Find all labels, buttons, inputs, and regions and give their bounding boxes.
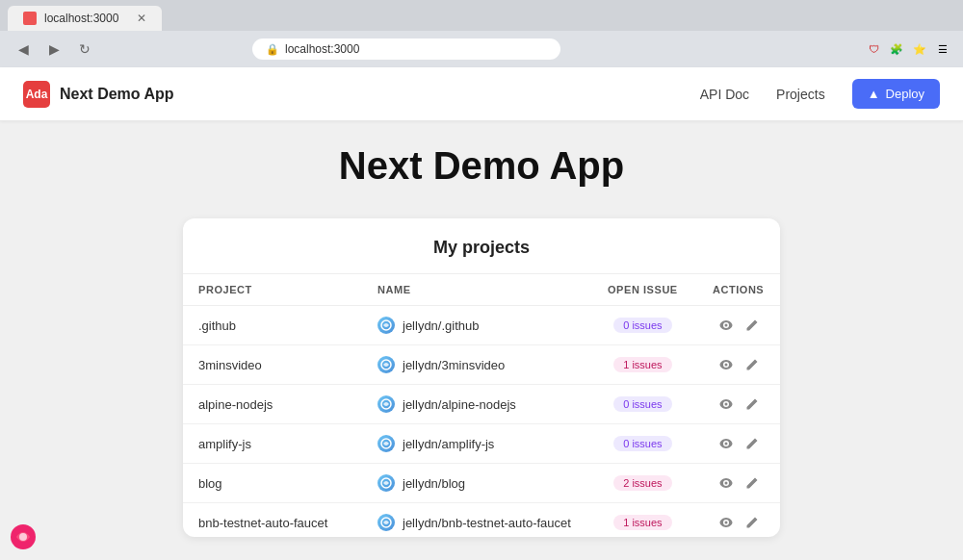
reload-button[interactable]: ↻ [73, 38, 96, 61]
projects-section: My projects PROJECT NAME OPEN ISSUE ACTI… [183, 218, 780, 537]
table-header-row: PROJECT NAME OPEN ISSUE ACTIONS [183, 274, 780, 306]
issue-badge: 2 issues [613, 475, 671, 491]
repo-name-cell: jellydn/3minsvideo [362, 345, 589, 385]
edit-button[interactable] [743, 474, 761, 492]
project-name-cell: alpine-nodejs [183, 385, 362, 424]
open-issue-cell: 0 issues [589, 385, 697, 424]
navbar-brand: Ada Next Demo App [23, 81, 174, 108]
ext-icon-4: ☰ [934, 40, 951, 58]
lock-icon: 🔒 [266, 43, 279, 56]
browser-toolbar: ◀ ▶ ↻ 🔒 localhost:3000 🛡 🧩 ⭐ ☰ [0, 31, 963, 67]
repo-icon [377, 356, 395, 373]
table-row: .github jellydn/.github 0 issues [183, 306, 780, 345]
repo-name-cell: jellydn/blog [362, 464, 589, 503]
deploy-icon: ▲ [868, 87, 880, 101]
open-issue-cell: 0 issues [589, 424, 697, 464]
repo-icon [377, 395, 395, 413]
deploy-button[interactable]: ▲ Deploy [852, 79, 940, 109]
brand-name: Next Demo App [60, 86, 174, 103]
col-header-name: NAME [362, 274, 589, 306]
table-row: alpine-nodejs jellydn/alpine-nodejs 0 is… [183, 385, 780, 424]
actions-cell [696, 306, 780, 345]
nav-link-api-doc[interactable]: API Doc [700, 87, 749, 102]
svg-point-11 [19, 533, 27, 541]
ext-icon-1: 🛡 [865, 40, 882, 58]
open-issue-cell: 2 issues [589, 464, 697, 503]
ext-icon-2: 🧩 [888, 40, 905, 58]
edit-button[interactable] [743, 514, 761, 531]
repo-name-cell: jellydn/bnb-testnet-auto-faucet [362, 503, 589, 538]
app-content: Ada Next Demo App API Doc Projects ▲ Dep… [0, 67, 963, 560]
edit-button[interactable] [743, 356, 761, 373]
project-name-cell: bnb-testnet-auto-faucet [183, 503, 362, 538]
forward-button[interactable]: ▶ [42, 38, 65, 61]
edit-button[interactable] [743, 317, 761, 334]
repo-name-cell: jellydn/amplify-js [362, 424, 589, 464]
repo-name-text: jellydn/3minsvideo [403, 358, 505, 372]
open-issue-cell: 1 issues [589, 345, 697, 385]
active-tab[interactable]: localhost:3000 ✕ [8, 6, 162, 31]
repo-icon [377, 317, 395, 334]
repo-name-text: jellydn/.github [403, 318, 480, 333]
view-button[interactable] [716, 395, 736, 414]
repo-name-text: jellydn/blog [403, 476, 465, 491]
col-header-project: PROJECT [183, 274, 362, 306]
tab-close-btn[interactable]: ✕ [137, 12, 146, 25]
navbar: Ada Next Demo App API Doc Projects ▲ Dep… [0, 67, 963, 121]
repo-name-text: jellydn/bnb-testnet-auto-faucet [403, 516, 571, 530]
repo-name-cell: jellydn/alpine-nodejs [362, 385, 589, 424]
table-row: blog jellydn/blog 2 issues [183, 464, 780, 503]
project-name-cell: blog [183, 464, 362, 503]
view-button[interactable] [716, 355, 736, 374]
edit-button[interactable] [743, 395, 761, 413]
page-heading: Next Demo App [339, 144, 624, 188]
issue-badge: 0 issues [613, 396, 671, 412]
open-issue-cell: 1 issues [589, 503, 697, 538]
actions-cell [696, 503, 780, 538]
col-header-open-issue: OPEN ISSUE [589, 274, 697, 306]
brand-logo-text: Ada [26, 88, 48, 101]
browser-extensions: 🛡 🧩 ⭐ ☰ [865, 40, 951, 58]
project-name-cell: .github [183, 306, 362, 345]
nav-link-projects[interactable]: Projects [776, 87, 825, 102]
brand-logo: Ada [23, 81, 50, 108]
repo-icon [377, 474, 395, 492]
navbar-nav: API Doc Projects ▲ Deploy [700, 79, 940, 109]
table-row: amplify-js jellydn/amplify-js 0 issues [183, 424, 780, 464]
issue-badge: 0 issues [613, 436, 671, 451]
open-issue-cell: 0 issues [589, 306, 697, 345]
browser-chrome: localhost:3000 ✕ ◀ ▶ ↻ 🔒 localhost:3000 … [0, 0, 963, 67]
repo-name-text: jellydn/alpine-nodejs [403, 397, 516, 412]
table-row: bnb-testnet-auto-faucet jellydn/bnb-test… [183, 503, 780, 538]
repo-name-text: jellydn/amplify-js [403, 437, 494, 451]
view-button[interactable] [716, 473, 736, 493]
ext-icon-3: ⭐ [911, 40, 928, 58]
col-header-actions: ACTIONS [696, 274, 780, 306]
browser-tabs: localhost:3000 ✕ [0, 0, 963, 31]
main-content: Next Demo App My projects PROJECT NAME O… [0, 121, 963, 560]
deploy-label: Deploy [886, 87, 924, 101]
project-name-cell: 3minsvideo [183, 345, 362, 385]
back-button[interactable]: ◀ [12, 38, 35, 61]
actions-cell [696, 424, 780, 464]
projects-title: My projects [183, 218, 780, 273]
repo-icon [377, 514, 395, 531]
issue-badge: 1 issues [613, 515, 671, 530]
edit-button[interactable] [743, 435, 761, 452]
repo-icon [377, 435, 395, 452]
table-row: 3minsvideo jellydn/3minsvideo 1 issues [183, 345, 780, 385]
address-text: localhost:3000 [285, 42, 359, 56]
tab-title: localhost:3000 [44, 12, 118, 25]
actions-cell [696, 385, 780, 424]
issue-badge: 1 issues [613, 357, 671, 372]
project-name-cell: amplify-js [183, 424, 362, 464]
view-button[interactable] [716, 513, 736, 532]
address-bar[interactable]: 🔒 localhost:3000 [252, 38, 560, 60]
issue-badge: 0 issues [613, 318, 671, 333]
bottom-left-icon [10, 523, 37, 550]
actions-cell [696, 464, 780, 503]
view-button[interactable] [716, 434, 736, 453]
repo-name-cell: jellydn/.github [362, 306, 589, 345]
view-button[interactable] [716, 316, 736, 335]
projects-table: PROJECT NAME OPEN ISSUE ACTIONS .github [183, 273, 780, 537]
